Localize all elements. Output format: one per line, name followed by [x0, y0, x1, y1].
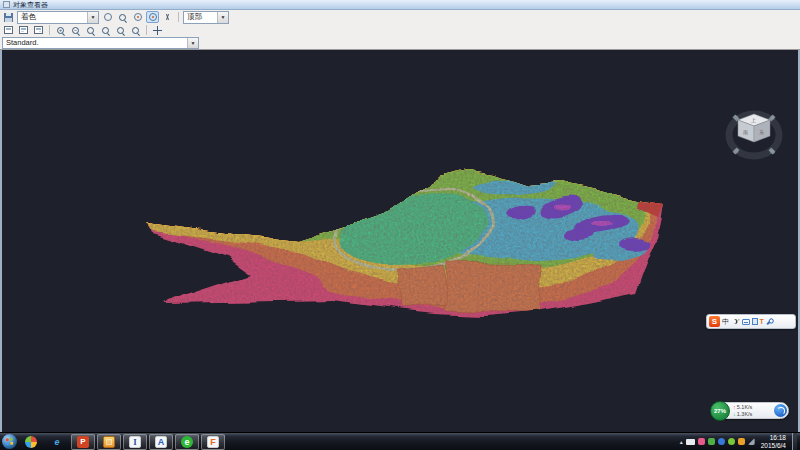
tray-icon-pink[interactable] [698, 438, 705, 445]
style-value: Standard. [6, 38, 39, 47]
orbit-active-button[interactable] [146, 11, 159, 23]
cube-front-label: 南 [743, 129, 748, 135]
soft-keyboard-icon[interactable] [742, 319, 750, 325]
compass-label-sw: 西 [734, 148, 739, 154]
compass-label-ne: 东 [770, 115, 775, 120]
zoom-window-icon [87, 27, 94, 34]
view-cube[interactable]: 北 东 南 西 上 南 东 [725, 107, 783, 160]
zoom-in-button[interactable]: + [54, 24, 67, 36]
sogou-logo-icon[interactable]: S [709, 316, 720, 327]
taskbar-app-green-browser[interactable]: e [175, 434, 199, 450]
zoom-out-button[interactable]: − [69, 24, 82, 36]
punctuation-toggle[interactable]: ’ [738, 318, 740, 326]
input-mode-toggle[interactable]: 中 [722, 318, 729, 326]
clipboard-icon[interactable] [752, 318, 758, 325]
title-bar[interactable]: 对象查看器 [0, 0, 800, 10]
moon-icon[interactable] [731, 319, 736, 324]
viewport-grid-icon [34, 26, 43, 34]
cube-top-label: 上 [751, 117, 756, 123]
zoom-next-icon [132, 27, 139, 34]
pan-button[interactable] [151, 24, 164, 36]
terrain-model[interactable] [0, 50, 800, 432]
taskbar-app-pinwheel[interactable] [19, 434, 43, 450]
orbit-button[interactable] [131, 11, 144, 23]
tray-expand-button[interactable]: ▴ [680, 438, 683, 445]
net-speed-widget[interactable]: 27% ↑5.1K/s ↓1.3K/s [711, 402, 789, 419]
tray-clock[interactable]: 16:18 2015/6/4 [758, 434, 789, 449]
screen: { "window": { "title": "对象查看器" }, "toolb… [0, 0, 800, 450]
link-button[interactable] [101, 11, 114, 23]
skin-button[interactable]: T [760, 318, 764, 326]
orbit-icon [134, 13, 142, 21]
memory-percent-badge[interactable]: 27% [710, 401, 730, 421]
show-desktop-button[interactable] [792, 433, 797, 450]
view-direction-dropdown[interactable]: 顶部 ▼ [183, 11, 229, 24]
compass-label-se: 南 [770, 149, 775, 154]
tray-icon-orange[interactable] [738, 438, 745, 445]
toolbar-row-1: 着色 ▼ 顶部 ▼ [0, 10, 800, 24]
window-title: 对象查看器 [13, 1, 48, 9]
taskbar-app-f[interactable]: F [201, 434, 225, 450]
tray-icon-green[interactable] [708, 438, 715, 445]
clock-date: 2015/6/4 [761, 442, 786, 450]
shade-mode-dropdown[interactable]: 着色 ▼ [17, 11, 99, 24]
zoom-window-button[interactable] [84, 24, 97, 36]
tray-icon-green-ball[interactable] [728, 438, 735, 445]
orbit-active-icon [149, 13, 157, 21]
toolbar-row-3: Standard. ▼ [0, 36, 800, 49]
viewport-single-button[interactable] [2, 24, 15, 36]
download-speed: 1.3K/s [737, 411, 753, 417]
accelerator-ball-icon[interactable] [774, 404, 787, 417]
toolbar-separator [178, 12, 179, 22]
powerpoint-icon: P [77, 436, 89, 448]
taskbar-app-window[interactable] [97, 434, 121, 450]
toolbox-wrench-icon[interactable] [766, 318, 772, 324]
tray-icon-blue[interactable] [718, 438, 725, 445]
zoom-next-button[interactable] [129, 24, 142, 36]
pinwheel-icon [25, 436, 37, 448]
shade-mode-value: 着色 [21, 12, 36, 22]
toolbar-separator [49, 25, 50, 35]
taskbar: e P I A e F ▴ 16:18 2015/6/4 [0, 432, 800, 450]
speed-readouts: ↑5.1K/s ↓1.3K/s [733, 404, 752, 417]
start-button[interactable] [2, 434, 17, 449]
taskbar-app-powerpoint[interactable]: P [71, 434, 95, 450]
walk-button[interactable] [161, 11, 174, 23]
app-a-icon: A [155, 436, 167, 448]
window-icon [3, 1, 10, 8]
taskbar-app-internet-explorer[interactable]: e [45, 434, 69, 450]
save-button[interactable] [2, 11, 15, 23]
window-app-icon [103, 436, 115, 448]
system-tray: ▴ 16:18 2015/6/4 [680, 433, 798, 450]
cube-side-label: 东 [759, 129, 764, 135]
object-viewer-window: 对象查看器 着色 ▼ 顶部 ▼ + − [0, 0, 800, 432]
zoom-out-icon: − [72, 27, 79, 34]
upload-arrow-icon: ↑ [733, 404, 736, 410]
app-f-icon: F [207, 436, 219, 448]
input-indicator-icon[interactable] [686, 439, 695, 445]
upload-speed: 5.1K/s [737, 404, 753, 410]
save-icon [4, 13, 13, 22]
zoom-icon [119, 14, 126, 21]
zoom-button[interactable] [116, 11, 129, 23]
taskbar-app-i[interactable]: I [123, 434, 147, 450]
link-icon [104, 13, 112, 21]
compass-label-nw: 北 [734, 115, 739, 120]
pan-icon [153, 26, 162, 35]
zoom-in-icon: + [57, 27, 64, 34]
chevron-down-icon[interactable]: ▼ [187, 38, 198, 48]
chevron-down-icon[interactable]: ▼ [87, 12, 98, 23]
app-i-icon: I [129, 436, 141, 448]
chevron-down-icon[interactable]: ▼ [217, 12, 228, 23]
toolbar-row-2: + − [0, 24, 800, 36]
input-method-bar[interactable]: S 中 ’ T [706, 314, 796, 329]
network-icon[interactable] [748, 438, 755, 445]
3d-viewport[interactable]: 北 东 南 西 上 南 东 微软 28 模拟 2 [0, 50, 800, 432]
zoom-extents-button[interactable] [99, 24, 112, 36]
taskbar-app-a[interactable]: A [149, 434, 173, 450]
style-dropdown[interactable]: Standard. ▼ [2, 37, 199, 49]
viewport-split-button[interactable] [17, 24, 30, 36]
viewport-grid-button[interactable] [32, 24, 45, 36]
internet-explorer-icon: e [51, 436, 63, 448]
zoom-previous-button[interactable] [114, 24, 127, 36]
